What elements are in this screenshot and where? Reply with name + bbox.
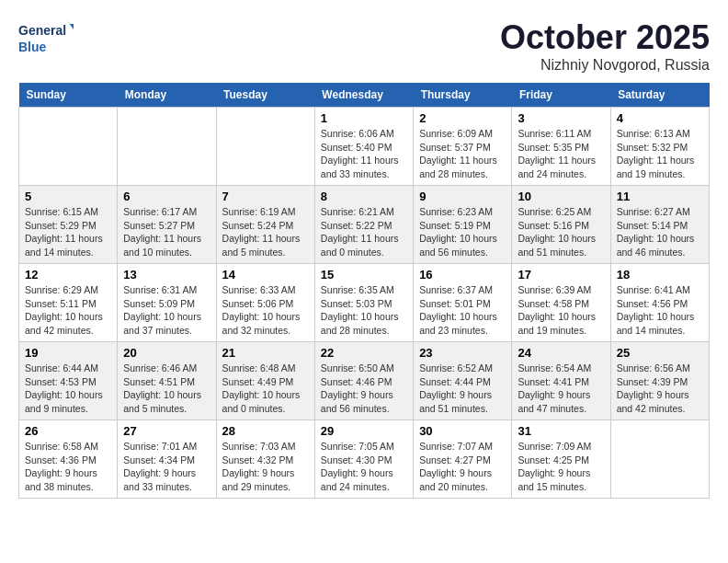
table-row: 30 Sunrise: 7:07 AM Sunset: 4:27 PM Dayl… <box>414 420 512 499</box>
col-friday: Friday <box>512 83 610 108</box>
cell-date: 5 <box>25 190 111 203</box>
cell-info: Sunrise: 6:17 AM Sunset: 5:27 PM Dayligh… <box>123 205 210 259</box>
cell-sunset: Sunset: 4:39 PM <box>617 376 688 387</box>
col-tuesday: Tuesday <box>216 83 314 108</box>
cell-daylight: Daylight: 10 hours and 51 minutes. <box>518 233 596 258</box>
cell-date: 2 <box>419 111 506 125</box>
col-sunday: Sunday <box>19 83 118 108</box>
cell-info: Sunrise: 6:56 AM Sunset: 4:39 PM Dayligh… <box>617 362 703 416</box>
cell-info: Sunrise: 6:31 AM Sunset: 5:09 PM Dayligh… <box>123 283 210 338</box>
table-row: 10 Sunrise: 6:25 AM Sunset: 5:16 PM Dayl… <box>512 186 610 264</box>
logo-svg: General Blue <box>18 18 74 59</box>
cell-sunset: Sunset: 4:46 PM <box>321 376 392 387</box>
table-row: 18 Sunrise: 6:41 AM Sunset: 4:56 PM Dayl… <box>610 264 709 342</box>
cell-daylight: Daylight: 10 hours and 32 minutes. <box>222 311 301 336</box>
cell-sunrise: Sunrise: 6:13 AM <box>617 128 690 139</box>
cell-sunset: Sunset: 4:32 PM <box>222 454 294 465</box>
cell-info: Sunrise: 6:54 AM Sunset: 4:41 PM Dayligh… <box>518 362 604 416</box>
table-row: 15 Sunrise: 6:35 AM Sunset: 5:03 PM Dayl… <box>314 264 413 342</box>
cell-date: 21 <box>222 346 309 360</box>
cell-date: 9 <box>419 190 506 203</box>
cell-sunset: Sunset: 5:06 PM <box>222 298 294 309</box>
cell-sunrise: Sunrise: 7:01 AM <box>123 441 197 452</box>
cell-info: Sunrise: 6:33 AM Sunset: 5:06 PM Dayligh… <box>222 283 309 338</box>
calendar-week-row: 19 Sunrise: 6:44 AM Sunset: 4:53 PM Dayl… <box>19 342 710 420</box>
cell-sunset: Sunset: 4:56 PM <box>617 298 688 309</box>
cell-daylight: Daylight: 10 hours and 5 minutes. <box>123 389 201 414</box>
cell-daylight: Daylight: 10 hours and 23 minutes. <box>419 311 497 336</box>
cell-info: Sunrise: 6:06 AM Sunset: 5:40 PM Dayligh… <box>321 127 407 181</box>
table-row: 11 Sunrise: 6:27 AM Sunset: 5:14 PM Dayl… <box>610 186 709 264</box>
cell-date: 17 <box>518 268 604 282</box>
cell-date: 14 <box>222 268 309 282</box>
cell-info: Sunrise: 6:19 AM Sunset: 5:24 PM Dayligh… <box>222 205 309 259</box>
cell-date: 13 <box>123 268 210 282</box>
cell-daylight: Daylight: 9 hours and 24 minutes. <box>321 467 393 492</box>
cell-daylight: Daylight: 9 hours and 29 minutes. <box>222 467 295 492</box>
table-row: 23 Sunrise: 6:52 AM Sunset: 4:44 PM Dayl… <box>414 342 512 420</box>
cell-sunrise: Sunrise: 6:33 AM <box>222 284 296 295</box>
cell-sunset: Sunset: 4:34 PM <box>123 454 195 465</box>
table-row: 29 Sunrise: 7:05 AM Sunset: 4:30 PM Dayl… <box>314 420 413 499</box>
cell-date: 30 <box>419 424 506 438</box>
cell-info: Sunrise: 6:58 AM Sunset: 4:36 PM Dayligh… <box>25 440 111 494</box>
cell-daylight: Daylight: 9 hours and 15 minutes. <box>518 467 590 492</box>
cell-sunrise: Sunrise: 6:25 AM <box>518 206 591 217</box>
cell-daylight: Daylight: 11 hours and 28 minutes. <box>419 155 497 179</box>
cell-daylight: Daylight: 10 hours and 14 minutes. <box>617 311 695 336</box>
cell-daylight: Daylight: 9 hours and 47 minutes. <box>518 389 590 414</box>
cell-sunrise: Sunrise: 6:19 AM <box>222 206 296 217</box>
cell-daylight: Daylight: 11 hours and 24 minutes. <box>518 155 596 179</box>
cell-info: Sunrise: 6:39 AM Sunset: 4:58 PM Dayligh… <box>518 283 604 338</box>
cell-date: 1 <box>321 111 407 125</box>
cell-sunset: Sunset: 4:41 PM <box>518 376 589 387</box>
cell-sunrise: Sunrise: 6:56 AM <box>617 362 690 373</box>
table-row: 1 Sunrise: 6:06 AM Sunset: 5:40 PM Dayli… <box>314 108 413 186</box>
cell-sunset: Sunset: 5:29 PM <box>25 220 97 231</box>
cell-sunrise: Sunrise: 6:09 AM <box>419 128 493 139</box>
cell-daylight: Daylight: 11 hours and 14 minutes. <box>25 233 103 258</box>
col-saturday: Saturday <box>610 83 709 108</box>
cell-sunrise: Sunrise: 7:09 AM <box>518 441 591 452</box>
cell-sunrise: Sunrise: 6:48 AM <box>222 362 296 373</box>
table-row <box>19 108 118 186</box>
header: General Blue October 2025 Nizhniy Novgor… <box>18 18 710 74</box>
cell-sunrise: Sunrise: 6:39 AM <box>518 284 591 295</box>
cell-sunrise: Sunrise: 6:21 AM <box>321 206 394 217</box>
cell-info: Sunrise: 7:09 AM Sunset: 4:25 PM Dayligh… <box>518 440 604 494</box>
col-monday: Monday <box>118 83 216 108</box>
cell-daylight: Daylight: 11 hours and 33 minutes. <box>321 155 399 179</box>
calendar-table: Sunday Monday Tuesday Wednesday Thursday… <box>18 83 710 499</box>
cell-info: Sunrise: 6:21 AM Sunset: 5:22 PM Dayligh… <box>321 205 407 259</box>
cell-daylight: Daylight: 9 hours and 42 minutes. <box>617 389 689 414</box>
cell-date: 8 <box>321 190 407 203</box>
cell-sunset: Sunset: 4:25 PM <box>518 454 589 465</box>
cell-date: 22 <box>321 346 407 360</box>
cell-date: 11 <box>617 190 703 203</box>
cell-sunrise: Sunrise: 6:54 AM <box>518 362 591 373</box>
cell-daylight: Daylight: 9 hours and 51 minutes. <box>419 389 492 414</box>
cell-sunset: Sunset: 5:01 PM <box>419 298 491 309</box>
cell-date: 12 <box>25 268 111 282</box>
cell-sunset: Sunset: 5:35 PM <box>518 142 589 153</box>
cell-sunset: Sunset: 4:27 PM <box>419 454 491 465</box>
cell-daylight: Daylight: 10 hours and 28 minutes. <box>321 311 399 336</box>
cell-sunrise: Sunrise: 6:23 AM <box>419 206 493 217</box>
cell-sunrise: Sunrise: 7:05 AM <box>321 441 394 452</box>
cell-sunrise: Sunrise: 6:35 AM <box>321 284 394 295</box>
cell-info: Sunrise: 7:07 AM Sunset: 4:27 PM Dayligh… <box>419 440 506 494</box>
cell-sunset: Sunset: 5:27 PM <box>123 220 195 231</box>
table-row: 16 Sunrise: 6:37 AM Sunset: 5:01 PM Dayl… <box>414 264 512 342</box>
table-row: 5 Sunrise: 6:15 AM Sunset: 5:29 PM Dayli… <box>19 186 118 264</box>
table-row: 7 Sunrise: 6:19 AM Sunset: 5:24 PM Dayli… <box>216 186 314 264</box>
cell-daylight: Daylight: 11 hours and 10 minutes. <box>123 233 201 258</box>
location-title: Nizhniy Novgorod, Russia <box>500 57 710 74</box>
table-row: 13 Sunrise: 6:31 AM Sunset: 5:09 PM Dayl… <box>118 264 216 342</box>
cell-daylight: Daylight: 9 hours and 56 minutes. <box>321 389 393 414</box>
cell-info: Sunrise: 6:15 AM Sunset: 5:29 PM Dayligh… <box>25 205 111 259</box>
calendar-week-row: 1 Sunrise: 6:06 AM Sunset: 5:40 PM Dayli… <box>19 108 710 186</box>
cell-sunrise: Sunrise: 6:17 AM <box>123 206 197 217</box>
cell-info: Sunrise: 7:01 AM Sunset: 4:34 PM Dayligh… <box>123 440 210 494</box>
header-row: Sunday Monday Tuesday Wednesday Thursday… <box>19 83 710 108</box>
cell-sunrise: Sunrise: 6:52 AM <box>419 362 493 373</box>
